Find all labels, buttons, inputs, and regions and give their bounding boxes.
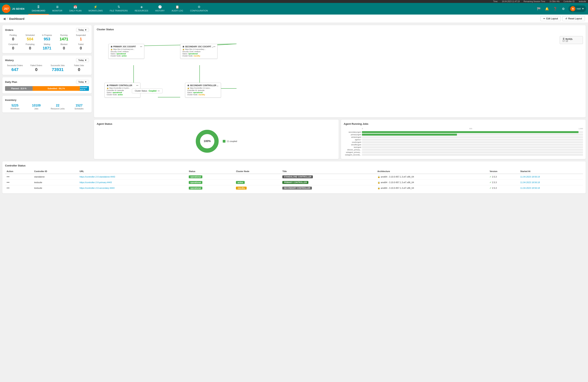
status-badge: operational <box>189 181 202 184</box>
inventory-grid: 5225 Workflows 10109 Jobs 22 Resource Lo… <box>5 104 89 110</box>
primary-ctrl-id-value: testsuite <box>118 89 124 91</box>
action-cell[interactable]: ••• <box>5 185 33 191</box>
nav-item-resources[interactable]: ◈ RESOURCES <box>131 3 152 15</box>
bell-icon[interactable]: 🔔 <box>544 6 550 12</box>
job-bar-label: director_primary... <box>344 149 361 151</box>
job-bar-fill <box>362 131 578 133</box>
daily-plan-header: Daily Plan Today ▼ <box>5 80 89 84</box>
orders-filter-button[interactable]: Today ▼ <box>76 28 89 32</box>
user-name: root <box>577 7 581 10</box>
started-at-link[interactable]: 11.04.2023 18:56:19 <box>520 175 540 178</box>
primary-ctrl-menu-dots[interactable]: ••• <box>136 84 138 87</box>
nav-item-file-transfers[interactable]: ⇅ FILE TRANSFERS <box>106 3 131 15</box>
reset-icon: ↺ <box>565 17 567 20</box>
secondary-joc-security: Security Level: medium <box>182 51 215 53</box>
action-cell[interactable]: ••• <box>5 180 33 185</box>
table-row: ••• testsuite https://controller-2-0-sec… <box>5 185 583 191</box>
cluster-connections-svg <box>97 33 583 115</box>
url-cell: https://controller-2-0-secondary:4443 <box>78 185 187 191</box>
navbar: JS7 JS SEVEN 🎛 DASHBOARD 🖥 MONITOR 📅 DAI… <box>0 3 588 15</box>
running-label: Running <box>56 34 72 36</box>
started-at-link[interactable]: 11.04.2023 18:56:18 <box>520 187 540 189</box>
mysql-version: 5.7.33 <box>563 40 580 42</box>
successful-orders-value: 647 <box>5 67 25 72</box>
cluster-node-cell: standby <box>234 185 281 191</box>
nav-item-audit-log[interactable]: 📋 AUDIT LOG <box>168 3 187 15</box>
history-filter-button[interactable]: Today ▼ <box>76 58 89 62</box>
legend-color-box <box>223 140 226 143</box>
nav-item-dashboard[interactable]: 🎛 DASHBOARD <box>28 3 49 15</box>
page-title: Dashboard <box>9 17 24 20</box>
agent-status-donut-svg: 100% <box>195 130 219 153</box>
help-icon[interactable]: ❓ <box>552 6 558 12</box>
daily-plan-title: Daily Plan <box>5 80 17 83</box>
flag-icon[interactable]: 🏁 <box>536 6 542 12</box>
reset-layout-button[interactable]: ↺ Reset Layout <box>562 16 585 21</box>
version-cell: ✓ 2.5.3 <box>488 180 519 185</box>
action-cell[interactable]: ••• <box>5 174 33 180</box>
started-at-cell: 11.04.2023 18:56:18 <box>519 185 583 191</box>
blocked-value: 0 <box>56 46 72 50</box>
nav-label-workflows: WORKFLOWS <box>88 10 103 12</box>
arch-icon: 🔒 <box>378 187 380 189</box>
primary-joc-menu-dots[interactable]: ••• <box>140 46 142 48</box>
action-dots[interactable]: ••• <box>7 175 10 178</box>
logo-icon: JS7 <box>2 4 10 13</box>
workflows-icon: ⚡ <box>94 5 98 9</box>
url-link[interactable]: https://controller-2-0-standalone:4443 <box>80 175 115 178</box>
cluster-status-card: Cluster Status <box>94 25 586 117</box>
history-failed-orders: Failed Orders 0 <box>26 64 46 72</box>
primary-ctrl-title: PRIMARY CONTROLLER <box>109 84 132 87</box>
nav-label-resources: RESOURCES <box>135 10 148 12</box>
running-value: 1471 <box>56 37 72 41</box>
legend-label: 11 coupled <box>227 140 237 142</box>
agent-status-donut-area: 100% 11 coupled <box>97 128 336 155</box>
daily-plan-filter-label: Today <box>78 81 84 83</box>
history-filter-label: Today <box>78 59 84 61</box>
history-failed-jobs: Failed Jobs 0 <box>69 64 89 72</box>
settings-icon[interactable]: ⚙ <box>560 6 567 12</box>
nav-item-daily-plan[interactable]: 📅 DAILY PLAN <box>66 3 85 15</box>
secondary-ctrl-node-label: Cluster Node: <box>187 94 198 96</box>
nav-item-history[interactable]: 🕐 HISTORY <box>152 3 168 15</box>
daily-plan-filter-button[interactable]: Today ▼ <box>76 80 89 84</box>
inventory-card: Inventory 5225 Workflows 10109 Jobs 22 R… <box>2 96 92 113</box>
resources-icon: ◈ <box>140 5 143 9</box>
edit-layout-button[interactable]: ✏ Edit Layout <box>540 16 561 21</box>
job-bar-bg <box>362 139 583 141</box>
action-dots[interactable]: ••• <box>7 187 10 190</box>
url-cell: https://controller-2-0-primary:4443 <box>78 180 187 185</box>
primary-joc-security: Security Level: medium <box>110 51 142 53</box>
nav-item-workflows[interactable]: ⚡ WORKFLOWS <box>85 3 106 15</box>
url-link[interactable]: https://controller-2-0-primary:4443 <box>80 181 112 184</box>
primary-joc-node: 🖥 PRIMARY JOC COCKPIT ••• 🔒 https://joc-… <box>108 44 144 59</box>
url-link[interactable]: https://controller-2-0-secondary:4443 <box>80 187 115 189</box>
primary-joc-status: Status: operational <box>110 53 142 55</box>
job-bar-label: agent17 <box>344 139 361 141</box>
back-button[interactable]: ◀ <box>3 17 5 20</box>
action-dots[interactable]: ••• <box>7 181 10 184</box>
completed-label: Completed <box>5 43 21 45</box>
controller-id-cell: standalone <box>33 174 78 180</box>
secondary-joc-node-label: Cluster Node: <box>182 55 193 57</box>
primary-joc-status-label: Status: <box>110 53 116 55</box>
nav-item-monitor[interactable]: 🖥 MONITOR <box>49 3 66 15</box>
cluster-status-menu-dots[interactable]: ••• <box>158 90 160 92</box>
user-avatar: R <box>570 6 575 11</box>
nav-item-configuration[interactable]: ⚙ CONFIGURATION <box>187 3 211 15</box>
job-bar-label: subagent_primary... <box>344 151 361 153</box>
user-button[interactable]: R root ▼ <box>568 5 586 12</box>
secondary-ctrl-id-label: Controller ID: <box>187 89 197 91</box>
arch-cell: 🔒 amd64 - 3.10.0-957.1.3.el7.x86_64 <box>376 185 488 191</box>
agent-bottom-row: Agent Status 100% 11 coupled <box>94 120 586 159</box>
history-title: History <box>5 59 14 62</box>
job-bar-row: agent17 <box>344 139 583 141</box>
secondary-joc-lock-icon: 🔒 <box>182 48 185 50</box>
job-bar-fill <box>362 134 457 136</box>
job-bar-row: winutf8Agent <box>344 144 583 146</box>
started-at-link[interactable]: 11.04.2023 18:56:18 <box>520 181 540 184</box>
job-bar-row: primaryAgent <box>344 134 583 136</box>
controller-id-cell: testsuite <box>33 180 78 185</box>
mysql-icon: 🗄 <box>563 38 565 40</box>
secondary-joc-menu-dots[interactable]: ••• <box>213 46 215 48</box>
